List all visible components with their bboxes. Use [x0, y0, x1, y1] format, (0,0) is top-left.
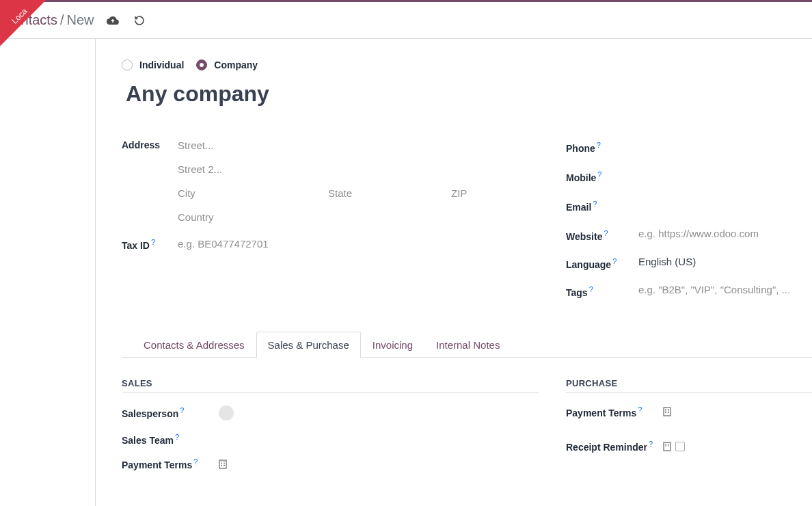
phone-input[interactable]: [638, 135, 812, 155]
building-icon[interactable]: [663, 442, 671, 451]
radio-individual-circle: [122, 59, 133, 70]
section-sales-title: SALES: [122, 378, 539, 393]
street-input[interactable]: [178, 135, 539, 155]
help-purchase-payment-terms[interactable]: ?: [638, 405, 642, 414]
label-tags: Tags?: [566, 281, 638, 298]
svg-rect-0: [219, 460, 226, 468]
breadcrumb-current: New: [67, 12, 94, 28]
salesperson-avatar[interactable]: [219, 405, 234, 421]
tax-id-input[interactable]: [178, 234, 539, 254]
tags-input[interactable]: [638, 280, 812, 299]
label-website-text: Website: [566, 231, 602, 242]
left-sidebar: [0, 39, 96, 506]
address-inputs: [178, 135, 539, 227]
language-value[interactable]: English (US): [638, 256, 696, 267]
section-purchase-title: PURCHASE: [566, 378, 812, 393]
help-email[interactable]: ?: [593, 200, 597, 208]
breadcrumb-bar: Contacts / New: [0, 2, 812, 39]
label-tax-id: Tax ID?: [122, 234, 178, 254]
help-tags[interactable]: ?: [589, 285, 593, 293]
label-purchase-payment-terms-text: Payment Terms: [566, 407, 636, 418]
svg-rect-7: [664, 408, 671, 416]
help-salesperson[interactable]: ?: [180, 406, 184, 414]
field-address: Address: [122, 135, 539, 227]
tax-id-value: [178, 234, 539, 254]
label-language-text: Language: [566, 259, 611, 270]
label-address: Address: [122, 135, 178, 227]
label-phone: Phone?: [566, 137, 638, 154]
breadcrumb-actions: [107, 15, 145, 26]
radio-individual[interactable]: Individual: [122, 59, 184, 70]
field-sales-payment-terms: Payment Terms?: [122, 457, 539, 470]
contact-type-row: Individual Company: [122, 59, 812, 70]
tab-sales-purchase[interactable]: Sales & Purchase: [256, 332, 361, 358]
discard-icon[interactable]: [134, 15, 145, 26]
help-sales-payment-terms[interactable]: ?: [193, 457, 198, 466]
radio-company-circle: [196, 59, 207, 70]
receipt-reminder-checkbox[interactable]: [675, 442, 685, 451]
field-language: Language? English (US): [566, 253, 812, 270]
label-language: Language?: [566, 253, 638, 270]
help-receipt-reminder[interactable]: ?: [649, 440, 653, 448]
label-sales-team: Sales Team?: [122, 433, 219, 446]
help-sales-team[interactable]: ?: [175, 433, 179, 441]
breadcrumb: Contacts / New: [3, 12, 94, 28]
form-content: Individual Company Address: [96, 39, 812, 506]
form-col-left: Address Tax ID?: [122, 135, 539, 309]
tab-internal-notes[interactable]: Internal Notes: [424, 332, 511, 358]
form-columns: Address Tax ID?: [122, 135, 812, 309]
building-icon[interactable]: [219, 460, 227, 469]
help-mobile[interactable]: ?: [597, 170, 601, 178]
label-salesperson: Salesperson?: [122, 406, 219, 419]
cloud-save-icon[interactable]: [107, 16, 119, 25]
radio-individual-label: Individual: [139, 59, 184, 70]
tab-invoicing[interactable]: Invoicing: [361, 332, 424, 358]
field-salesperson: Salesperson?: [122, 405, 539, 421]
main-area: Individual Company Address: [0, 39, 812, 506]
tab-content-sales-purchase: SALES Salesperson? Sales Team? Payment T…: [122, 358, 812, 483]
svg-rect-14: [664, 442, 671, 451]
field-website: Website?: [566, 224, 812, 243]
country-input[interactable]: [178, 207, 539, 227]
field-tax-id: Tax ID?: [122, 234, 539, 254]
radio-company-label: Company: [214, 59, 258, 70]
label-tags-text: Tags: [566, 287, 588, 297]
state-input[interactable]: [328, 183, 437, 203]
label-sales-payment-terms-text: Payment Terms: [122, 460, 192, 470]
label-receipt-reminder: Receipt Reminder?: [566, 440, 663, 453]
label-sales-payment-terms: Payment Terms?: [122, 457, 219, 470]
tab-contacts-addresses[interactable]: Contacts & Addresses: [132, 332, 256, 358]
city-state-zip-row: [178, 183, 539, 203]
help-language[interactable]: ?: [612, 257, 617, 265]
label-sales-team-text: Sales Team: [122, 434, 174, 445]
help-phone[interactable]: ?: [597, 141, 601, 149]
form-col-right: Phone? Mobile? Email?: [566, 135, 812, 309]
field-purchase-payment-terms: Payment Terms?: [566, 405, 812, 418]
label-tax-id-text: Tax ID: [122, 240, 150, 251]
email-input[interactable]: [638, 194, 812, 214]
building-icon[interactable]: [663, 407, 671, 416]
city-input[interactable]: [178, 183, 314, 203]
field-phone: Phone?: [566, 135, 812, 155]
section-sales: SALES Salesperson? Sales Team? Payment T…: [122, 378, 539, 483]
help-tax-id[interactable]: ?: [151, 238, 155, 246]
label-website: Website?: [566, 225, 638, 242]
label-mobile: Mobile?: [566, 166, 638, 183]
help-website[interactable]: ?: [604, 229, 608, 237]
breadcrumb-root[interactable]: Contacts: [3, 12, 57, 28]
street2-input[interactable]: [178, 159, 539, 179]
field-mobile: Mobile?: [566, 165, 812, 185]
label-email-text: Email: [566, 202, 591, 213]
label-salesperson-text: Salesperson: [122, 408, 178, 419]
tabs: Contacts & Addresses Sales & Purchase In…: [122, 331, 812, 358]
zip-input[interactable]: [451, 183, 506, 203]
field-tags: Tags?: [566, 280, 812, 299]
radio-company[interactable]: Company: [196, 59, 258, 70]
label-phone-text: Phone: [566, 143, 595, 154]
name-input[interactable]: [122, 80, 532, 108]
field-receipt-reminder: Receipt Reminder?: [566, 440, 812, 453]
field-email: Email?: [566, 194, 812, 214]
field-sales-team: Sales Team?: [122, 433, 539, 446]
website-input[interactable]: [638, 224, 812, 243]
mobile-input[interactable]: [638, 165, 812, 185]
